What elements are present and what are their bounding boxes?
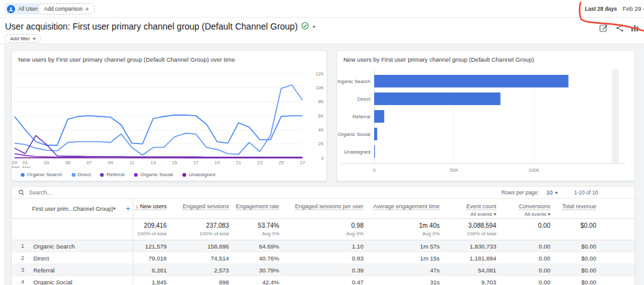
- totals-sub-label: 100% of total: [441, 231, 496, 237]
- legend-item-referral: Referral: [100, 172, 124, 177]
- rows-per-page-label: Rows per page:: [501, 189, 539, 196]
- column-header-label[interactable]: Engaged sessions: [182, 203, 229, 210]
- check-circle-icon: [301, 21, 309, 31]
- table-header-row: First user prim...Channel Group) ▾+↓ New…: [12, 199, 635, 219]
- pagination-status: 1-10 of 10: [574, 189, 598, 196]
- row-index: 3: [12, 264, 33, 276]
- magnifier-icon: [18, 187, 25, 198]
- svg-text:0: 0: [321, 155, 324, 161]
- rows-per-page-value: 10: [547, 189, 553, 196]
- row-metric-value: 42.4%: [230, 276, 280, 285]
- legend-dot-icon: [134, 173, 138, 177]
- date-range-picker[interactable]: Last 28 days Feb 29 - Mar 27,: [585, 5, 644, 12]
- bar-chart-title: New users by First user primary channel …: [337, 51, 635, 63]
- column-header-label[interactable]: Total revenue: [562, 203, 596, 210]
- row-metric-value: 6,261: [133, 264, 168, 276]
- totals-cell: $0.00: [552, 219, 597, 240]
- svg-text:Organic Search: Organic Search: [337, 79, 370, 84]
- totals-sub-label: Avg 0%: [280, 231, 364, 237]
- row-index: 1: [12, 240, 33, 252]
- totals-value: 1m 40s: [365, 222, 440, 229]
- row-channel-name: Referral: [33, 264, 133, 276]
- svg-text:07: 07: [87, 160, 92, 165]
- column-subfilter-dropdown[interactable]: All events ▾: [525, 211, 550, 217]
- rows-per-page-select[interactable]: 10 ▾: [547, 189, 558, 196]
- column-header-label[interactable]: Event count: [466, 203, 496, 210]
- table-row: 2Direct79,01874,51440.76%0.831m 15s1,181…: [12, 252, 635, 264]
- row-metric-value: 74,514: [168, 252, 230, 264]
- row-metric-value: 0.00: [497, 276, 552, 285]
- totals-cell: 209,416100% of total: [133, 219, 168, 240]
- totals-value: 3,088,594: [441, 222, 496, 229]
- column-header-engaged-sessions-per-user: Engaged sessions per user: [280, 199, 365, 218]
- date-range-preset: Last 28 days: [585, 6, 617, 12]
- row-metric-value: 121,579: [133, 240, 168, 252]
- add-comparison-button[interactable]: Add comparison +: [38, 3, 95, 14]
- column-header-total-revenue: Total revenue: [552, 199, 597, 218]
- row-metric-value: 0.39: [280, 264, 365, 276]
- row-metric-value: 2,573: [168, 264, 230, 276]
- legend-item-organic-search: Organic Search: [21, 172, 62, 177]
- row-metric-value: 64.69%: [230, 240, 280, 252]
- date-range-value: Feb 29 - Mar 27,: [623, 5, 644, 12]
- svg-text:Feb: Feb: [12, 165, 19, 168]
- column-header-label[interactable]: ↓ New users: [135, 203, 167, 210]
- row-metric-value: 0.00: [497, 240, 552, 252]
- legend-label: Direct: [78, 172, 91, 177]
- svg-text:09: 09: [108, 160, 113, 165]
- svg-text:21: 21: [236, 160, 241, 165]
- totals-cell: 0.00: [497, 219, 552, 240]
- totals-cell: 1m 40sAvg 0%: [365, 219, 441, 240]
- table-totals-row: 209,416100% of total237,083100% of total…: [12, 219, 635, 240]
- chevron-down-icon: ▾: [555, 190, 558, 196]
- row-metric-value: 9,703: [441, 276, 497, 285]
- all-users-label: All Users: [18, 6, 40, 12]
- share-icon[interactable]: [614, 23, 625, 33]
- edit-pencil-square-icon[interactable]: [599, 23, 609, 33]
- insights-icon[interactable]: [630, 23, 640, 33]
- svg-text:17: 17: [193, 160, 198, 165]
- totals-cell: 3,088,594100% of total: [441, 219, 497, 240]
- column-subfilter-dropdown[interactable]: All events ▾: [470, 211, 496, 217]
- svg-text:03: 03: [44, 160, 49, 165]
- column-header-label[interactable]: Engaged sessions per user: [295, 203, 364, 210]
- add-dimension-button[interactable]: +: [126, 204, 130, 213]
- row-metric-value: $0.00: [552, 276, 597, 285]
- svg-text:Referral: Referral: [353, 114, 371, 120]
- row-metric-value: 158,896: [168, 240, 230, 252]
- totals-sub-label: 100% of total: [168, 231, 229, 237]
- row-metric-value: 30.79%: [230, 264, 280, 276]
- row-metric-value: 1,830,733: [441, 240, 497, 252]
- svg-text:12K: 12K: [316, 71, 324, 77]
- dimension-header-dropdown[interactable]: First user prim...Channel Group): [32, 206, 113, 212]
- left-rail: [0, 44, 5, 285]
- totals-value: 0.98: [280, 222, 364, 229]
- table-row: 4Organic Social1,84589842.4%0.4731s9,703…: [12, 276, 635, 285]
- ga4-user-acquisition-report: All Users Add comparison + Last 28 days …: [0, 0, 644, 285]
- svg-text:19: 19: [214, 160, 219, 165]
- chevron-down-icon: ▾: [113, 206, 116, 211]
- column-header-label[interactable]: Engagement rate: [236, 203, 279, 210]
- row-metric-value: 54,081: [441, 264, 497, 276]
- svg-text:11: 11: [130, 160, 135, 165]
- totals-value: 0.00: [497, 222, 550, 229]
- totals-cell: 53.74%Avg 0%: [230, 219, 280, 240]
- bar-chart-card: New users by First user primary channel …: [336, 50, 635, 181]
- totals-sub-label: Avg 0%: [365, 231, 440, 237]
- row-metric-value: 1.10: [280, 240, 365, 252]
- row-metric-value: 898: [168, 276, 230, 285]
- legend-label: Unassigned: [189, 172, 215, 177]
- column-header-label[interactable]: Conversions: [519, 203, 550, 210]
- svg-text:8K: 8K: [318, 99, 324, 104]
- add-filter-button[interactable]: Add filter +: [5, 34, 41, 43]
- table-body: 1Organic Search121,579158,89664.69%1.101…: [12, 240, 635, 285]
- legend-item-organic-social: Organic Social: [134, 172, 173, 177]
- row-metric-value: 1,181,894: [441, 252, 497, 264]
- svg-text:05: 05: [65, 160, 70, 165]
- column-header-label[interactable]: Average engagement time: [374, 203, 440, 210]
- row-metric-value: 0.00: [497, 252, 552, 264]
- totals-cell: 0.98Avg 0%: [280, 219, 365, 240]
- row-channel-name: Organic Social: [33, 276, 133, 285]
- title-caret-icon[interactable]: ▾: [313, 24, 315, 30]
- search-input[interactable]: [29, 189, 155, 196]
